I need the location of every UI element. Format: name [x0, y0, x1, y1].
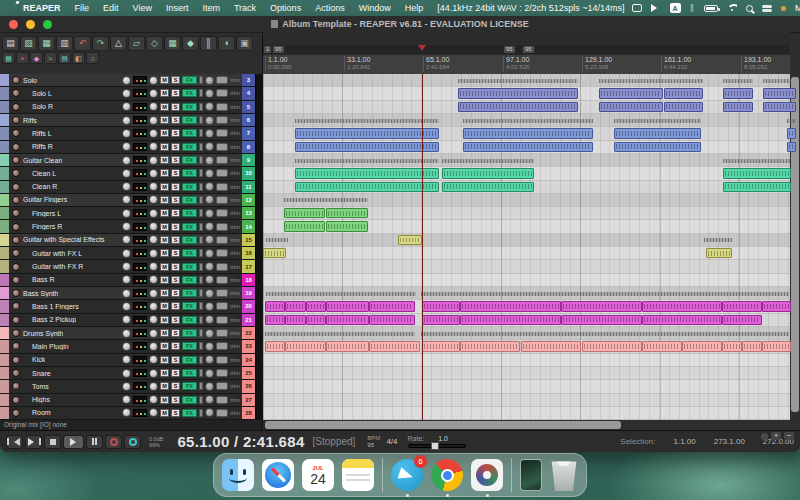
volume-knob[interactable] — [122, 102, 131, 111]
media-item[interactable] — [664, 102, 703, 112]
media-item[interactable] — [326, 315, 369, 325]
record-arm-button[interactable] — [12, 156, 20, 164]
routing-button[interactable] — [216, 289, 228, 297]
record-arm-button[interactable] — [12, 169, 20, 177]
record-arm-button[interactable] — [12, 249, 20, 257]
solo-button[interactable]: S — [171, 356, 180, 364]
crossfade-mode-icon[interactable]: ◇ — [146, 36, 163, 51]
record-arm-button[interactable] — [12, 103, 20, 111]
track-row[interactable]: KickMSFXtrim24 — [0, 354, 262, 367]
mute-button[interactable]: M — [160, 183, 169, 191]
auto-crossfade-icon[interactable]: ◧ — [72, 52, 85, 64]
record-input-display[interactable] — [133, 129, 147, 137]
envelope-knob[interactable] — [205, 302, 214, 311]
envelope-knob[interactable] — [205, 408, 214, 417]
fx-bypass-button[interactable] — [199, 289, 203, 297]
fx-button[interactable]: FX — [182, 143, 197, 151]
media-item[interactable] — [642, 341, 682, 351]
track-lane[interactable] — [263, 260, 790, 273]
dock-calendar-icon[interactable]: JUL24 — [302, 459, 334, 491]
envelope-knob[interactable] — [205, 369, 214, 378]
record-input-display[interactable] — [133, 382, 147, 390]
pan-knob[interactable] — [149, 275, 158, 284]
vertical-scrollbar[interactable] — [790, 74, 800, 420]
fx-bypass-button[interactable] — [199, 116, 203, 124]
menu-item-file[interactable]: File — [68, 3, 97, 13]
record-input-display[interactable] — [133, 316, 147, 324]
record-button[interactable] — [105, 435, 122, 449]
fx-bypass-button[interactable] — [199, 196, 203, 204]
media-item[interactable] — [763, 88, 796, 98]
tempo-marker[interactable]: 95 — [273, 46, 284, 53]
envelope-knob[interactable] — [205, 395, 214, 404]
free-positioning-icon[interactable]: ○ — [86, 52, 99, 64]
selection-start[interactable]: 1.1.00 — [673, 437, 695, 446]
pan-knob[interactable] — [149, 329, 158, 338]
media-item[interactable] — [265, 341, 285, 351]
pan-knob[interactable] — [149, 315, 158, 324]
record-input-display[interactable] — [133, 116, 147, 124]
new-project-icon[interactable]: ▤ — [2, 36, 19, 51]
envelope-knob[interactable] — [205, 382, 214, 391]
record-input-display[interactable] — [133, 356, 147, 364]
pan-knob[interactable] — [149, 89, 158, 98]
volume-knob[interactable] — [122, 169, 131, 178]
media-item[interactable] — [521, 341, 581, 351]
fx-button[interactable]: FX — [182, 396, 197, 404]
media-item[interactable] — [442, 182, 534, 192]
media-item[interactable] — [706, 248, 732, 258]
pan-knob[interactable] — [149, 408, 158, 417]
fx-button[interactable]: FX — [182, 103, 197, 111]
media-item[interactable] — [787, 128, 796, 138]
volume-knob[interactable] — [122, 395, 131, 404]
media-item[interactable] — [614, 142, 701, 152]
mute-button[interactable]: M — [160, 249, 169, 257]
mute-button[interactable]: M — [160, 276, 169, 284]
fx-bypass-button[interactable] — [199, 356, 203, 364]
window-titlebar[interactable]: Album Template - REAPER v6.81 - EVALUATI… — [0, 16, 800, 33]
pan-knob[interactable] — [149, 76, 158, 85]
zoom-in-button[interactable]: + — [771, 432, 781, 440]
fx-bypass-button[interactable] — [199, 129, 203, 137]
track-row[interactable]: Riffs RMSFXtrim8 — [0, 141, 262, 154]
solo-button[interactable]: S — [171, 263, 180, 271]
track-row[interactable]: SnareMSFXtrim25 — [0, 367, 262, 380]
menu-item-reaper[interactable]: REAPER — [16, 3, 68, 13]
redo-icon[interactable]: ↷ — [92, 36, 109, 51]
envelope-knob[interactable] — [205, 355, 214, 364]
solo-button[interactable]: S — [171, 89, 180, 97]
envelope-knob[interactable] — [205, 156, 214, 165]
tempo-marker[interactable]: 95 — [523, 46, 534, 53]
pan-knob[interactable] — [149, 116, 158, 125]
pan-knob[interactable] — [149, 129, 158, 138]
horizontal-scrollbar[interactable] — [262, 420, 790, 430]
record-input-display[interactable] — [133, 289, 147, 297]
menu-item-view[interactable]: View — [126, 3, 159, 13]
media-item[interactable] — [295, 128, 439, 138]
fx-bypass-button[interactable] — [199, 302, 203, 310]
envelope-knob[interactable] — [205, 262, 214, 271]
media-item[interactable] — [369, 341, 420, 351]
record-input-display[interactable] — [133, 76, 147, 84]
media-item[interactable] — [326, 341, 369, 351]
media-item[interactable] — [463, 142, 593, 152]
menu-item-insert[interactable]: Insert — [159, 3, 196, 13]
volume-knob[interactable] — [122, 342, 131, 351]
record-input-display[interactable] — [133, 342, 147, 350]
arrange-view[interactable] — [262, 74, 790, 420]
media-item[interactable] — [458, 88, 578, 98]
volume-knob[interactable] — [122, 329, 131, 338]
media-item[interactable] — [369, 315, 415, 325]
mute-button[interactable]: M — [160, 169, 169, 177]
mute-button[interactable]: M — [160, 103, 169, 111]
track-lane[interactable] — [263, 394, 790, 407]
media-item[interactable] — [285, 315, 306, 325]
menu-item-help[interactable]: Help — [398, 3, 431, 13]
routing-button[interactable] — [216, 223, 228, 231]
fx-button[interactable]: FX — [182, 169, 197, 177]
track-row[interactable]: Guitar FingersMSFXtrim12 — [0, 194, 262, 207]
fx-bypass-button[interactable] — [199, 89, 203, 97]
record-arm-button[interactable] — [12, 276, 20, 284]
menu-item-options[interactable]: Options — [263, 3, 308, 13]
media-item[interactable] — [561, 301, 642, 311]
